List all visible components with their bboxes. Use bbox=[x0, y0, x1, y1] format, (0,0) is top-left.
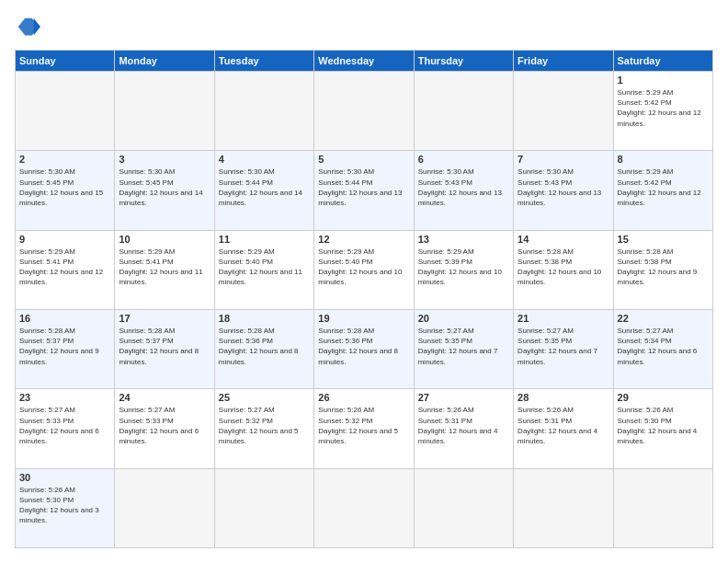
day-cell-13: 13Sunrise: 5:29 AMSunset: 5:39 PMDayligh… bbox=[414, 230, 513, 309]
day-cell-24: 24Sunrise: 5:27 AMSunset: 5:33 PMDayligh… bbox=[115, 389, 214, 468]
day-number: 19 bbox=[318, 313, 409, 324]
day-cell-28: 28Sunrise: 5:26 AMSunset: 5:31 PMDayligh… bbox=[514, 389, 613, 468]
day-info: Sunrise: 5:29 AMSunset: 5:39 PMDaylight:… bbox=[418, 247, 509, 288]
day-cell-9: 9Sunrise: 5:29 AMSunset: 5:41 PMDaylight… bbox=[16, 230, 115, 309]
day-cell-27: 27Sunrise: 5:26 AMSunset: 5:31 PMDayligh… bbox=[414, 389, 513, 468]
calendar-table: SundayMondayTuesdayWednesdayThursdayFrid… bbox=[15, 50, 713, 548]
empty-cell bbox=[414, 72, 513, 151]
day-info: Sunrise: 5:27 AMSunset: 5:33 PMDaylight:… bbox=[119, 405, 210, 446]
day-number: 6 bbox=[418, 154, 509, 165]
day-cell-22: 22Sunrise: 5:27 AMSunset: 5:34 PMDayligh… bbox=[613, 309, 712, 388]
day-info: Sunrise: 5:30 AMSunset: 5:45 PMDaylight:… bbox=[19, 167, 110, 208]
day-info: Sunrise: 5:29 AMSunset: 5:41 PMDaylight:… bbox=[119, 247, 210, 288]
empty-cell bbox=[115, 468, 214, 547]
day-cell-30: 30Sunrise: 5:26 AMSunset: 5:30 PMDayligh… bbox=[16, 468, 115, 547]
day-cell-10: 10Sunrise: 5:29 AMSunset: 5:41 PMDayligh… bbox=[115, 230, 214, 309]
day-number: 18 bbox=[219, 313, 310, 324]
day-number: 7 bbox=[518, 154, 609, 165]
empty-cell bbox=[115, 72, 214, 151]
day-cell-1: 1Sunrise: 5:29 AMSunset: 5:42 PMDaylight… bbox=[613, 72, 712, 151]
day-number: 27 bbox=[418, 392, 509, 403]
day-cell-14: 14Sunrise: 5:28 AMSunset: 5:38 PMDayligh… bbox=[514, 230, 613, 309]
day-number: 13 bbox=[418, 234, 509, 245]
day-number: 29 bbox=[618, 392, 709, 403]
day-number: 22 bbox=[618, 313, 709, 324]
day-info: Sunrise: 5:30 AMSunset: 5:43 PMDaylight:… bbox=[518, 167, 609, 208]
day-number: 16 bbox=[19, 313, 110, 324]
day-info: Sunrise: 5:26 AMSunset: 5:32 PMDaylight:… bbox=[318, 405, 409, 446]
calendar-week-5: 30Sunrise: 5:26 AMSunset: 5:30 PMDayligh… bbox=[16, 468, 713, 547]
empty-cell bbox=[314, 468, 414, 547]
day-info: Sunrise: 5:30 AMSunset: 5:43 PMDaylight:… bbox=[418, 167, 509, 208]
day-cell-11: 11Sunrise: 5:29 AMSunset: 5:40 PMDayligh… bbox=[214, 230, 313, 309]
col-header-saturday: Saturday bbox=[613, 51, 712, 72]
day-number: 23 bbox=[19, 392, 110, 403]
day-number: 26 bbox=[318, 392, 409, 403]
day-number: 21 bbox=[518, 313, 609, 324]
day-cell-29: 29Sunrise: 5:26 AMSunset: 5:30 PMDayligh… bbox=[613, 389, 712, 468]
day-info: Sunrise: 5:27 AMSunset: 5:33 PMDaylight:… bbox=[19, 405, 110, 446]
day-number: 17 bbox=[119, 313, 210, 324]
day-info: Sunrise: 5:26 AMSunset: 5:30 PMDaylight:… bbox=[19, 485, 110, 526]
svg-marker-1 bbox=[34, 18, 40, 36]
day-info: Sunrise: 5:28 AMSunset: 5:36 PMDaylight:… bbox=[318, 326, 409, 367]
day-number: 11 bbox=[219, 234, 310, 245]
day-number: 24 bbox=[119, 392, 210, 403]
day-number: 14 bbox=[518, 234, 609, 245]
day-info: Sunrise: 5:29 AMSunset: 5:42 PMDaylight:… bbox=[618, 87, 709, 129]
day-info: Sunrise: 5:26 AMSunset: 5:31 PMDaylight:… bbox=[518, 405, 609, 446]
day-cell-6: 6Sunrise: 5:30 AMSunset: 5:43 PMDaylight… bbox=[414, 151, 513, 230]
day-number: 20 bbox=[418, 313, 509, 324]
day-cell-7: 7Sunrise: 5:30 AMSunset: 5:43 PMDaylight… bbox=[514, 151, 613, 230]
col-header-monday: Monday bbox=[115, 51, 214, 72]
day-number: 25 bbox=[219, 392, 310, 403]
day-info: Sunrise: 5:28 AMSunset: 5:36 PMDaylight:… bbox=[219, 326, 310, 367]
calendar-week-0: 1Sunrise: 5:29 AMSunset: 5:42 PMDaylight… bbox=[16, 72, 713, 151]
empty-cell bbox=[214, 468, 313, 547]
empty-cell bbox=[314, 72, 414, 151]
header bbox=[15, 15, 713, 40]
calendar-week-2: 9Sunrise: 5:29 AMSunset: 5:41 PMDaylight… bbox=[16, 230, 713, 309]
day-cell-19: 19Sunrise: 5:28 AMSunset: 5:36 PMDayligh… bbox=[314, 309, 414, 388]
day-number: 28 bbox=[518, 392, 609, 403]
day-cell-18: 18Sunrise: 5:28 AMSunset: 5:36 PMDayligh… bbox=[214, 309, 313, 388]
day-number: 4 bbox=[219, 154, 310, 165]
calendar-header-row: SundayMondayTuesdayWednesdayThursdayFrid… bbox=[16, 51, 713, 72]
day-info: Sunrise: 5:29 AMSunset: 5:40 PMDaylight:… bbox=[219, 247, 310, 288]
page: SundayMondayTuesdayWednesdayThursdayFrid… bbox=[0, 0, 728, 563]
day-info: Sunrise: 5:28 AMSunset: 5:38 PMDaylight:… bbox=[618, 247, 709, 288]
calendar-week-4: 23Sunrise: 5:27 AMSunset: 5:33 PMDayligh… bbox=[16, 389, 713, 468]
day-cell-23: 23Sunrise: 5:27 AMSunset: 5:33 PMDayligh… bbox=[16, 389, 115, 468]
empty-cell bbox=[414, 468, 513, 547]
day-info: Sunrise: 5:26 AMSunset: 5:31 PMDaylight:… bbox=[418, 405, 509, 446]
day-info: Sunrise: 5:26 AMSunset: 5:30 PMDaylight:… bbox=[618, 405, 709, 446]
day-info: Sunrise: 5:27 AMSunset: 5:32 PMDaylight:… bbox=[219, 405, 310, 446]
day-info: Sunrise: 5:27 AMSunset: 5:35 PMDaylight:… bbox=[418, 326, 509, 367]
day-number: 5 bbox=[318, 154, 409, 165]
logo-icon bbox=[15, 15, 40, 40]
day-cell-20: 20Sunrise: 5:27 AMSunset: 5:35 PMDayligh… bbox=[414, 309, 513, 388]
day-cell-25: 25Sunrise: 5:27 AMSunset: 5:32 PMDayligh… bbox=[214, 389, 313, 468]
col-header-tuesday: Tuesday bbox=[214, 51, 313, 72]
day-cell-2: 2Sunrise: 5:30 AMSunset: 5:45 PMDaylight… bbox=[16, 151, 115, 230]
day-cell-4: 4Sunrise: 5:30 AMSunset: 5:44 PMDaylight… bbox=[214, 151, 313, 230]
day-cell-15: 15Sunrise: 5:28 AMSunset: 5:38 PMDayligh… bbox=[613, 230, 712, 309]
day-cell-3: 3Sunrise: 5:30 AMSunset: 5:45 PMDaylight… bbox=[115, 151, 214, 230]
day-cell-17: 17Sunrise: 5:28 AMSunset: 5:37 PMDayligh… bbox=[115, 309, 214, 388]
col-header-thursday: Thursday bbox=[414, 51, 513, 72]
day-info: Sunrise: 5:29 AMSunset: 5:40 PMDaylight:… bbox=[318, 247, 409, 288]
empty-cell bbox=[514, 468, 613, 547]
day-cell-8: 8Sunrise: 5:29 AMSunset: 5:42 PMDaylight… bbox=[613, 151, 712, 230]
day-number: 30 bbox=[19, 472, 110, 483]
day-number: 1 bbox=[618, 75, 709, 86]
empty-cell bbox=[214, 72, 313, 151]
day-number: 15 bbox=[618, 234, 709, 245]
day-number: 3 bbox=[119, 154, 210, 165]
day-number: 2 bbox=[19, 154, 110, 165]
empty-cell bbox=[16, 72, 115, 151]
empty-cell bbox=[514, 72, 613, 151]
day-info: Sunrise: 5:29 AMSunset: 5:42 PMDaylight:… bbox=[618, 167, 709, 208]
day-cell-26: 26Sunrise: 5:26 AMSunset: 5:32 PMDayligh… bbox=[314, 389, 414, 468]
day-number: 8 bbox=[618, 154, 709, 165]
day-cell-16: 16Sunrise: 5:28 AMSunset: 5:37 PMDayligh… bbox=[16, 309, 115, 388]
